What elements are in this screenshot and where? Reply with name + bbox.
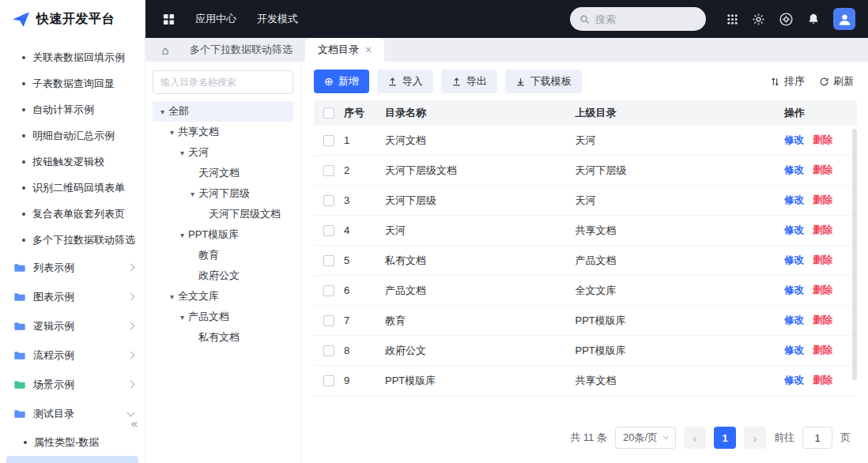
- add-button[interactable]: ⊕ 新增: [314, 70, 369, 93]
- download-template-button[interactable]: 下载模板: [505, 70, 582, 93]
- tree-node[interactable]: ▾天河下层级: [153, 183, 293, 204]
- row-checkbox[interactable]: [323, 255, 334, 266]
- row-checkbox[interactable]: [323, 285, 334, 296]
- logo-area[interactable]: 快速开发平台: [0, 0, 145, 38]
- tree-node[interactable]: 天河下层级文档: [153, 204, 293, 224]
- sidebar-link-item[interactable]: 自动计算示例: [0, 96, 145, 122]
- sidebar-link-item[interactable]: 按钮触发逻辑校: [0, 149, 145, 175]
- directory-tree-panel: ▾全部 ▾共享文档 ▾天河 天河文档 ▾天河下层级 天河下层级文档 ▾PPT模版…: [145, 62, 301, 463]
- row-checkbox[interactable]: [323, 315, 334, 326]
- goto-page-input[interactable]: [802, 427, 832, 449]
- edit-link[interactable]: 修改: [784, 134, 804, 147]
- row-checkbox[interactable]: [323, 345, 334, 356]
- tree-node[interactable]: ▾共享文档: [153, 122, 293, 142]
- delete-link[interactable]: 删除: [813, 284, 832, 297]
- sidebar-link-item[interactable]: 多个下拉数据联动筛选: [0, 227, 145, 253]
- edit-link[interactable]: 修改: [784, 344, 804, 357]
- app-title: 快速开发平台: [36, 11, 115, 28]
- tab-document-directory[interactable]: 文档目录 ×: [305, 38, 384, 62]
- edit-link[interactable]: 修改: [784, 254, 804, 267]
- tree-search-input[interactable]: [153, 70, 293, 94]
- edit-link[interactable]: 修改: [784, 164, 804, 177]
- tree-node[interactable]: 私有文档: [153, 327, 293, 348]
- delete-link[interactable]: 删除: [813, 224, 832, 237]
- tree-node[interactable]: ▾全部: [153, 101, 293, 122]
- sidebar-folder-list-examples[interactable]: 列表示例: [0, 253, 145, 282]
- chevron-down-icon[interactable]: ▾: [157, 107, 168, 116]
- tree-node[interactable]: ▾PPT模版库: [153, 224, 293, 245]
- global-search[interactable]: [570, 7, 706, 31]
- sidebar-folder-chart-examples[interactable]: 图表示例: [0, 282, 145, 311]
- page-1-button[interactable]: 1: [714, 427, 736, 449]
- row-checkbox[interactable]: [323, 165, 334, 176]
- delete-link[interactable]: 删除: [813, 134, 832, 147]
- edit-link[interactable]: 修改: [784, 314, 804, 327]
- chevron-right-icon: [127, 352, 135, 359]
- chevron-down-icon[interactable]: ▾: [187, 190, 198, 198]
- row-checkbox[interactable]: [323, 135, 334, 146]
- sidebar-link-item[interactable]: 识别二维码回填表单: [0, 175, 145, 201]
- prev-page-button[interactable]: ‹: [684, 427, 706, 449]
- delete-link[interactable]: 删除: [813, 344, 832, 357]
- bell-icon[interactable]: [807, 13, 820, 25]
- import-button[interactable]: 导入: [377, 70, 433, 93]
- tab-multi-dropdown-filter[interactable]: 多个下拉数据联动筛选: [177, 38, 305, 62]
- main-column: ⌂ 多个下拉数据联动筛选 文档目录 × ▾全部 ▾共享文档 ▾天河: [145, 38, 868, 463]
- sidebar-folder-scene-examples[interactable]: 场景示例: [0, 370, 145, 399]
- row-checkbox[interactable]: [323, 195, 334, 206]
- chevron-down-icon[interactable]: ▾: [176, 231, 188, 239]
- sidebar-folder-test-directory[interactable]: 测试目录: [0, 399, 145, 428]
- delete-link[interactable]: 删除: [813, 194, 832, 207]
- tree-node[interactable]: ▾产品文档: [153, 307, 293, 327]
- chevron-down-icon[interactable]: ▾: [166, 128, 178, 137]
- sidebar-link-item[interactable]: 复合表单嵌套列表页: [0, 201, 145, 227]
- table-row: 8 政府公文 PPT模版库 修改删除: [314, 336, 857, 366]
- delete-link[interactable]: 删除: [813, 164, 832, 177]
- sidebar-folder-flow-examples[interactable]: 流程示例: [0, 341, 145, 370]
- sidebar-link-item[interactable]: 子表数据查询回显: [0, 70, 145, 96]
- delete-link[interactable]: 删除: [813, 314, 832, 327]
- home-icon[interactable]: ⌂: [153, 38, 177, 62]
- folder-icon: [13, 378, 26, 391]
- close-icon[interactable]: ×: [365, 44, 372, 55]
- menu-dev-mode[interactable]: 开发模式: [257, 12, 298, 26]
- folder-icon: [13, 320, 26, 333]
- next-page-button[interactable]: ›: [744, 427, 766, 449]
- edit-link[interactable]: 修改: [784, 284, 804, 297]
- tree-node[interactable]: 天河文档: [153, 163, 293, 183]
- menu-app-center[interactable]: 应用中心: [195, 12, 236, 26]
- delete-link[interactable]: 删除: [813, 254, 832, 267]
- page-size-select[interactable]: 20条/页: [615, 427, 676, 449]
- tree-node[interactable]: ▾全文文库: [153, 286, 293, 307]
- goto-label: 前往: [774, 431, 794, 445]
- delete-link[interactable]: 删除: [813, 374, 832, 387]
- edit-link[interactable]: 修改: [784, 194, 804, 207]
- edit-link[interactable]: 修改: [784, 224, 804, 237]
- chevron-down-icon[interactable]: ▾: [166, 292, 178, 301]
- settings-circle-icon[interactable]: [779, 12, 794, 27]
- sidebar-item-attr-type-data[interactable]: 属性类型-数据: [6, 429, 138, 455]
- sort-button[interactable]: 排序: [767, 70, 808, 93]
- tree-node[interactable]: ▾天河: [153, 142, 293, 163]
- refresh-button[interactable]: 刷新: [816, 70, 857, 93]
- chevron-down-icon[interactable]: ▾: [176, 149, 188, 157]
- select-all-checkbox[interactable]: [323, 107, 334, 119]
- sidebar-link-item[interactable]: 关联表数据回填示例: [0, 44, 145, 70]
- tree-node[interactable]: 教育: [153, 245, 293, 265]
- grid-menu-icon[interactable]: [726, 13, 738, 25]
- collapse-sidebar-icon[interactable]: «: [131, 416, 138, 430]
- row-checkbox[interactable]: [323, 225, 334, 236]
- edit-link[interactable]: 修改: [784, 374, 804, 387]
- export-button[interactable]: 导出: [441, 70, 497, 93]
- chevron-down-icon[interactable]: ▾: [176, 313, 188, 322]
- apps-grid-icon[interactable]: [163, 13, 175, 25]
- gear-icon[interactable]: [752, 13, 765, 26]
- sidebar-folder-logic-examples[interactable]: 逻辑示例: [0, 311, 145, 341]
- row-checkbox[interactable]: [323, 375, 334, 386]
- avatar[interactable]: [833, 8, 855, 30]
- sidebar-link-item[interactable]: 明细自动汇总示例: [0, 122, 145, 149]
- sidebar-item-document-directory[interactable]: 文档目录: [6, 456, 138, 463]
- tree-node[interactable]: 政府公文: [153, 265, 293, 286]
- table-scrollbar[interactable]: [852, 129, 857, 380]
- global-search-input[interactable]: [595, 13, 690, 25]
